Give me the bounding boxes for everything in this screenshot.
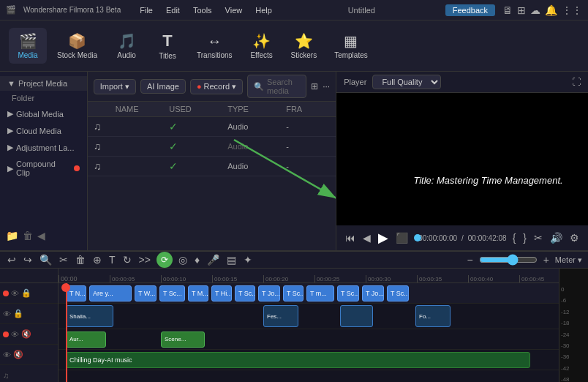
- filter-icon[interactable]: ⊞: [311, 81, 318, 91]
- media-row[interactable]: ♫ ✓ Audio -: [88, 137, 336, 157]
- stop-icon[interactable]: ⬛: [394, 232, 410, 244]
- cut-icon[interactable]: ✂: [58, 254, 69, 266]
- volume-icon[interactable]: 🔊: [549, 232, 564, 244]
- project-media-section[interactable]: ▼ Project Media: [0, 76, 87, 91]
- play-icon[interactable]: ▶: [377, 230, 390, 246]
- mic-icon[interactable]: 🎤: [206, 254, 221, 266]
- clip-Sc2[interactable]: T Sc...: [235, 285, 255, 302]
- adjustment-item[interactable]: ▶ Adjustment La...: [0, 139, 87, 156]
- clip-Sc4[interactable]: T Sc...: [337, 285, 359, 302]
- more-tl-icon[interactable]: >>: [137, 254, 152, 266]
- thumb-eye-icon[interactable]: 👁: [3, 310, 11, 318]
- layout-icon[interactable]: ⊞: [517, 4, 526, 16]
- menu-tools[interactable]: Tools: [187, 4, 218, 16]
- monitor-icon[interactable]: 🖥: [502, 4, 513, 16]
- menu-file[interactable]: File: [134, 4, 159, 16]
- thumb-fes[interactable]: Fes...: [263, 305, 298, 327]
- toolbar-titles[interactable]: T Titles: [148, 27, 186, 64]
- audio-eye-icon[interactable]: 👁: [11, 330, 19, 339]
- audio-clip-aur[interactable]: Aur...: [66, 332, 106, 348]
- toolbar-audio[interactable]: 🎵 Audio: [108, 28, 146, 64]
- search-tl-icon[interactable]: 🔍: [38, 254, 53, 266]
- app-title: Untitled: [279, 6, 444, 15]
- more-icon[interactable]: ···: [323, 81, 330, 91]
- skip-back-icon[interactable]: ⏮: [344, 232, 357, 244]
- audio2-mute-icon[interactable]: 🔇: [13, 350, 23, 359]
- zoom-out-icon[interactable]: −: [465, 254, 474, 266]
- clip-Arey[interactable]: Are y...: [89, 285, 132, 302]
- clip-Jo2[interactable]: T Jo...: [362, 285, 384, 302]
- split-icon[interactable]: ⊕: [91, 254, 103, 266]
- delete-icon[interactable]: 🗑: [23, 230, 33, 241]
- step-back-icon[interactable]: ◀: [361, 232, 372, 244]
- folder-item[interactable]: Folder: [0, 91, 87, 105]
- clip-M[interactable]: T M...: [188, 285, 208, 302]
- add-folder-icon[interactable]: 📁: [6, 230, 18, 241]
- text-tl-icon[interactable]: T: [108, 254, 117, 266]
- menu-edit[interactable]: Edit: [160, 4, 186, 16]
- bell-icon[interactable]: 🔔: [545, 4, 557, 16]
- toolbar-effects[interactable]: ✨ Effects: [243, 28, 281, 64]
- clip-W[interactable]: T W...: [135, 285, 157, 302]
- cloud-media-item[interactable]: ▶ Cloud Media: [0, 122, 87, 139]
- marker-icon[interactable]: ♦: [193, 254, 201, 266]
- media-row[interactable]: ♫ ✓ Audio -: [88, 157, 336, 176]
- clip-Sc3[interactable]: T Sc...: [283, 285, 304, 302]
- crop-icon[interactable]: ✂: [532, 232, 544, 244]
- toolbar-stickers[interactable]: ⭐ Stickers: [284, 28, 325, 64]
- zoom-in-icon[interactable]: +: [542, 254, 551, 266]
- thumb-fo[interactable]: Fo...: [415, 305, 451, 327]
- media-row[interactable]: ♫ ✓ Audio -: [88, 117, 336, 137]
- audio-mute-icon[interactable]: 🔇: [21, 329, 31, 339]
- mask-icon[interactable]: ◎: [177, 254, 189, 266]
- search-bar[interactable]: 🔍 Search media: [247, 75, 306, 98]
- toolbar-stock[interactable]: 📦 Stock Media: [50, 28, 105, 64]
- meter-label[interactable]: Meter ▾: [555, 255, 582, 265]
- toolbar-transitions[interactable]: ↔ Transitions: [189, 29, 240, 64]
- thumb-lock-icon[interactable]: 🔒: [13, 309, 23, 318]
- clip-Hi[interactable]: T Hi...: [211, 285, 232, 302]
- grid-icon[interactable]: ⋮⋮: [562, 4, 582, 16]
- player-expand-icon[interactable]: ⛶: [572, 77, 581, 87]
- clip-Sc1[interactable]: T Sc...: [159, 285, 185, 302]
- redo-icon[interactable]: ↪: [22, 254, 34, 266]
- zoom-range[interactable]: [479, 254, 538, 266]
- video-eye-icon[interactable]: 👁: [11, 289, 19, 298]
- clip-Jo1[interactable]: T Jo...: [258, 285, 280, 302]
- audio-clip-scene[interactable]: Scene...: [161, 332, 205, 348]
- voiceover-icon[interactable]: ▤: [225, 254, 238, 266]
- toolbar-media[interactable]: 🎬 Media: [9, 28, 47, 64]
- bracket-left-icon[interactable]: {: [511, 232, 518, 244]
- undo-icon[interactable]: ↩: [6, 254, 18, 266]
- playhead[interactable]: [66, 283, 67, 382]
- feedback-button[interactable]: Feedback: [445, 4, 495, 16]
- import-button[interactable]: Import ▾: [94, 79, 136, 94]
- sync-button[interactable]: ⟳: [157, 252, 173, 268]
- zoom-slider[interactable]: [479, 254, 538, 266]
- clip-m[interactable]: T m...: [306, 285, 334, 302]
- thumb-3[interactable]: [340, 305, 373, 327]
- thumb-shalla[interactable]: Shalla...: [66, 305, 113, 327]
- time-separator: /: [461, 234, 464, 242]
- left-panel: ▼ Project Media Folder ▶ Global Media ▶ …: [0, 72, 88, 250]
- global-media-item[interactable]: ▶ Global Media: [0, 105, 87, 122]
- bracket-right-icon[interactable]: }: [521, 232, 528, 244]
- audio2-eye-icon[interactable]: 👁: [3, 351, 11, 359]
- playhead-dot: [61, 283, 70, 292]
- compound-clip-item[interactable]: ▶ Compound Clip: [0, 156, 87, 181]
- delete-tl-icon[interactable]: 🗑: [74, 254, 87, 266]
- menu-view[interactable]: View: [219, 4, 249, 16]
- toolbar-templates[interactable]: ▦ Templates: [327, 28, 375, 64]
- cloud-icon[interactable]: ☁: [530, 4, 540, 16]
- music-clip[interactable]: Chilling Day-AI music: [66, 352, 530, 368]
- video-lock-icon[interactable]: 🔒: [21, 288, 31, 298]
- magic-icon[interactable]: ✦: [242, 254, 254, 266]
- ai-image-button[interactable]: AI Image: [140, 79, 186, 94]
- player-quality-select[interactable]: Full Quality: [372, 75, 441, 89]
- clip-Sc5[interactable]: T Sc...: [387, 285, 409, 302]
- collapse-icon[interactable]: ◀: [37, 230, 45, 241]
- rotate-icon[interactable]: ↻: [121, 254, 133, 266]
- menu-help[interactable]: Help: [249, 4, 278, 16]
- record-button[interactable]: ● Record ▾: [190, 79, 243, 94]
- settings-icon[interactable]: ⚙: [568, 232, 581, 244]
